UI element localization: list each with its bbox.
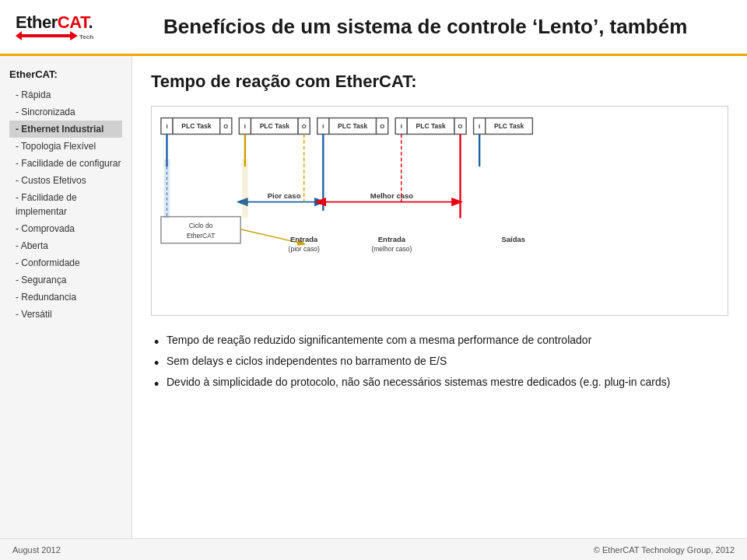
main-layout: EtherCAT: - Rápida - Sincronizada - Ethe… <box>0 56 747 538</box>
bullet-list: Tempo de reação reduzido significantemen… <box>151 330 728 393</box>
header: EtherCAT. Technology Group Benefícios de… <box>0 0 747 56</box>
footer-left: August 2012 <box>12 545 61 555</box>
svg-text:Ciclo do: Ciclo do <box>189 222 213 229</box>
svg-text:I: I <box>166 123 167 130</box>
svg-text:O: O <box>223 123 228 130</box>
svg-text:PLC Task: PLC Task <box>494 122 524 130</box>
logo-dot: . <box>88 12 93 32</box>
content-title: Tempo de reação com EtherCAT: <box>151 72 728 92</box>
svg-text:Entrada: Entrada <box>378 235 406 243</box>
sidebar-item-custos: - Custos Efetivos <box>9 172 122 189</box>
svg-text:I: I <box>322 123 324 130</box>
svg-text:PLC Task: PLC Task <box>416 122 446 130</box>
bullet-item-2: Sem delays e ciclos independentes no bar… <box>151 351 728 372</box>
svg-text:I: I <box>401 123 402 130</box>
svg-text:Saídas: Saídas <box>501 235 525 243</box>
svg-rect-51 <box>164 159 170 219</box>
sidebar-item-ethernet: - Ethernet Industrial <box>9 121 122 138</box>
svg-text:I: I <box>244 123 246 130</box>
logo-icon: Technology Group <box>16 31 93 40</box>
timing-diagram: I PLC Task O I PLC Task O I PLC Task O <box>160 114 720 307</box>
svg-text:Entrada: Entrada <box>290 235 318 243</box>
sidebar-item-redundancia: - Redundancia <box>9 289 122 306</box>
sidebar-item-comprovada: - Comprovada <box>9 220 122 237</box>
bullet-item-1: Tempo de reação reduzido significantemen… <box>151 330 728 351</box>
logo-cat: CAT <box>58 12 89 32</box>
sidebar-item-conformidade: - Conformidade <box>9 254 122 271</box>
svg-text:Pior caso: Pior caso <box>268 191 301 200</box>
sidebar-item-seguranca: - Segurança <box>9 271 122 289</box>
sidebar-item-aberta: - Aberta <box>9 237 122 254</box>
footer: August 2012 © EtherCAT Technology Group,… <box>0 538 747 560</box>
sidebar-item-sincronizada: - Sincronizada <box>9 103 122 121</box>
svg-marker-0 <box>16 31 78 40</box>
bullet-item-3: Devido à simplicidade do protocolo, não … <box>151 372 728 393</box>
svg-text:(pior caso): (pior caso) <box>289 245 320 253</box>
svg-text:PLC Task: PLC Task <box>260 122 289 130</box>
footer-right: © EtherCAT Technology Group, 2012 <box>594 545 735 555</box>
svg-text:I: I <box>479 123 480 130</box>
svg-text:O: O <box>380 123 384 130</box>
sidebar-item-facilidade-config: - Facilidade de configurar <box>9 155 122 172</box>
logo: EtherCAT. Technology Group <box>16 14 93 40</box>
sidebar-item-versatil: - Versátil <box>9 306 122 323</box>
sidebar: EtherCAT: - Rápida - Sincronizada - Ethe… <box>0 56 132 538</box>
content-area: Tempo de reação com EtherCAT: I PLC Task… <box>132 56 747 538</box>
svg-text:PLC Task: PLC Task <box>181 122 211 130</box>
sidebar-section-title: EtherCAT: <box>9 68 122 80</box>
sidebar-item-topologia: - Topologia Flexível <box>9 138 122 155</box>
svg-text:(melhor caso): (melhor caso) <box>371 245 412 253</box>
logo-text: EtherCAT. <box>16 14 93 31</box>
svg-text:Technology Group: Technology Group <box>79 33 93 40</box>
svg-text:EtherCAT: EtherCAT <box>187 232 216 240</box>
svg-text:O: O <box>458 123 463 130</box>
header-title: Benefícios de um sistema de controle ‘Le… <box>163 15 687 39</box>
svg-text:O: O <box>302 123 307 130</box>
sidebar-item-facilidade-impl: - Fácilidade de implementar <box>9 189 122 220</box>
svg-rect-52 <box>242 159 248 219</box>
sidebar-item-rapida: - Rápida <box>9 86 122 103</box>
svg-text:Melhor caso: Melhor caso <box>370 191 413 200</box>
logo-area: EtherCAT. Technology Group <box>16 14 148 40</box>
logo-ether: Ether <box>16 12 58 32</box>
svg-text:PLC Task: PLC Task <box>338 122 367 130</box>
diagram: I PLC Task O I PLC Task O I PLC Task O <box>151 106 728 316</box>
